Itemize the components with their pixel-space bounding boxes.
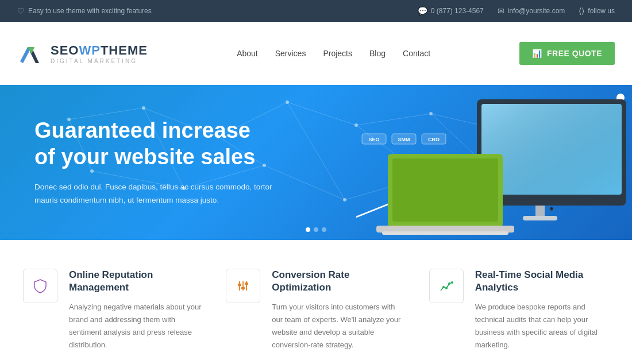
- hero-visual: SEO SMM CRO: [264, 85, 632, 240]
- feature-icon-wrap-1: [23, 269, 57, 303]
- logo-seo: SEO: [51, 43, 79, 57]
- nav-contact[interactable]: Contact: [403, 49, 430, 58]
- nav-blog[interactable]: Blog: [369, 49, 386, 58]
- svg-point-66: [445, 287, 448, 289]
- top-bar-left: ♡ Easy to use theme with exciting featur…: [17, 6, 152, 16]
- hero-banner: Guaranteed increase of your website sale…: [0, 85, 632, 240]
- logo-wp: WP: [79, 43, 100, 57]
- feature-card-3: Real-Time Social Media Analytics We prod…: [429, 269, 609, 352]
- dot-2[interactable]: [314, 227, 318, 232]
- feature-text-1: Analyzing negative materials about your …: [69, 301, 203, 351]
- sliders-icon: [235, 278, 251, 294]
- main-nav: About Services Projects Blog Contact: [237, 49, 430, 58]
- logo-brand: SEOWPTHEME: [51, 43, 148, 58]
- feature-card-2: Conversion Rate Optimization Turn your v…: [226, 269, 406, 352]
- feature-body-3: Real-Time Social Media Analytics We prod…: [475, 269, 609, 352]
- svg-rect-63: [241, 287, 245, 289]
- chart-line-icon: [438, 278, 454, 294]
- features-section: Online Reputation Management Analyzing n…: [0, 240, 632, 364]
- chat-icon: 💬: [418, 6, 427, 16]
- social-item[interactable]: ⟨⟩ follow us: [579, 6, 615, 16]
- feature-body-1: Online Reputation Management Analyzing n…: [69, 269, 203, 352]
- svg-rect-62: [238, 284, 241, 286]
- logo[interactable]: SEOWPTHEME DIGITAL MARKETING: [17, 41, 148, 65]
- hero-text: Donec sed odio dui. Fusce dapibus, tellu…: [34, 181, 276, 207]
- hero-content: Guaranteed increase of your website sale…: [34, 118, 276, 207]
- nav-projects[interactable]: Projects: [323, 49, 352, 58]
- feature-text-3: We produce bespoke reports and technical…: [475, 301, 609, 351]
- svg-rect-55: [392, 158, 498, 222]
- mail-icon: ✉: [498, 6, 504, 16]
- shield-icon: [32, 278, 48, 294]
- top-bar-right: 💬 0 (877) 123-4567 ✉ info@yoursite.com ⟨…: [418, 6, 615, 16]
- devices-svg: SEO SMM CRO: [299, 85, 632, 240]
- follow-text: follow us: [588, 7, 615, 15]
- top-bar: ♡ Easy to use theme with exciting featur…: [0, 0, 632, 22]
- feature-title-3: Real-Time Social Media Analytics: [475, 269, 609, 294]
- dot-3[interactable]: [322, 227, 326, 232]
- phone-number: 0 (877) 123-4567: [431, 7, 484, 15]
- feature-card-1: Online Reputation Management Analyzing n…: [23, 269, 203, 352]
- hero-title: Guaranteed increase of your website sale…: [34, 118, 276, 170]
- email-item: ✉ info@yoursite.com: [498, 6, 565, 16]
- feature-icon-wrap-2: [226, 269, 260, 303]
- svg-point-67: [448, 282, 450, 285]
- feature-title-1: Online Reputation Management: [69, 269, 203, 294]
- feature-text-2: Turn your visitors into customers with o…: [272, 301, 406, 351]
- logo-sub: DIGITAL MARKETING: [51, 58, 148, 64]
- dot-1[interactable]: [306, 227, 310, 232]
- feature-icon-wrap-3: [429, 269, 464, 303]
- svg-text:SMM: SMM: [398, 137, 410, 142]
- svg-text:CRO: CRO: [428, 137, 440, 142]
- svg-point-65: [442, 286, 445, 288]
- chart-bars-icon: 📊: [532, 49, 542, 58]
- heart-icon: ♡: [17, 6, 25, 16]
- logo-svg: [17, 41, 46, 65]
- svg-rect-57: [382, 231, 508, 235]
- phone-item: 💬 0 (877) 123-4567: [418, 6, 484, 16]
- nav-about[interactable]: About: [237, 49, 258, 58]
- svg-rect-52: [523, 216, 557, 220]
- svg-text:SEO: SEO: [368, 137, 379, 142]
- free-quote-button[interactable]: 📊 FREE QUOTE: [519, 42, 615, 65]
- logo-theme: THEME: [101, 43, 148, 57]
- svg-point-68: [451, 281, 453, 284]
- feature-body-2: Conversion Rate Optimization Turn your v…: [272, 269, 406, 352]
- header: SEOWPTHEME DIGITAL MARKETING About Servi…: [0, 22, 632, 85]
- feature-title-2: Conversion Rate Optimization: [272, 269, 406, 294]
- share-icon: ⟨⟩: [579, 6, 584, 16]
- tagline: Easy to use theme with exciting features: [28, 7, 152, 15]
- svg-point-58: [550, 207, 553, 210]
- svg-rect-51: [535, 206, 545, 217]
- nav-services[interactable]: Services: [275, 49, 306, 58]
- email-address: info@yoursite.com: [508, 7, 565, 15]
- hero-dots: [306, 227, 326, 232]
- logo-text: SEOWPTHEME DIGITAL MARKETING: [51, 43, 148, 64]
- svg-rect-64: [245, 282, 248, 285]
